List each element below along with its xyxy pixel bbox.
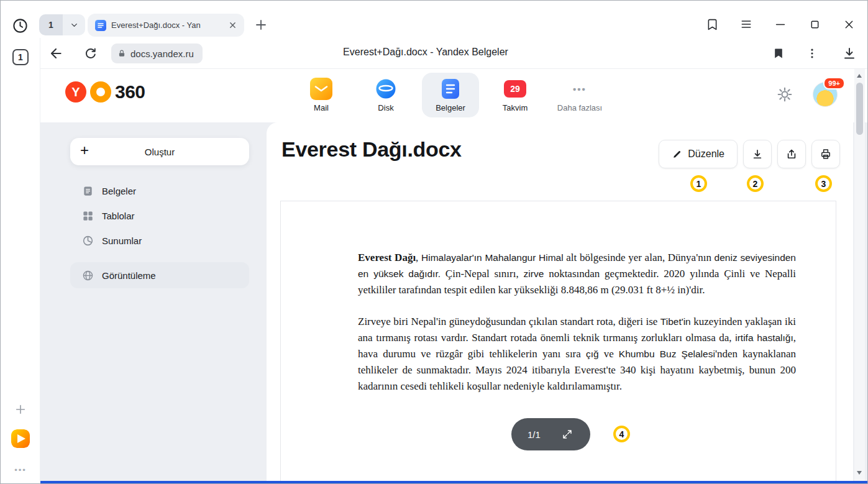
side-panel-toggle-button[interactable]	[705, 17, 720, 32]
kebab-icon	[806, 47, 818, 60]
services-nav: Mail Disk Belgeler 29 Takvim	[293, 73, 608, 117]
annotation-badge-1: 1	[690, 175, 707, 192]
page-indicator-pill[interactable]: 1/1	[511, 418, 590, 450]
plus-icon	[14, 403, 27, 416]
back-arrow-icon	[48, 45, 64, 62]
reload-button[interactable]	[81, 45, 99, 62]
titlebar-controls	[705, 17, 856, 32]
history-clock-button[interactable]	[11, 16, 29, 35]
plus-icon: +	[80, 142, 89, 160]
settings-button[interactable]	[776, 86, 793, 103]
service-label: Takvim	[503, 103, 528, 112]
active-tab[interactable]: Everest+Dağı.docx - Yan	[88, 14, 244, 37]
service-label: Mail	[314, 103, 329, 112]
browser-menu-button[interactable]	[739, 17, 754, 32]
document-actions: Düzenle	[659, 140, 840, 168]
bottom-accent-bar	[40, 481, 868, 484]
tab-title: Everest+Dağı.docx - Yan	[111, 21, 222, 30]
documents-icon	[441, 78, 460, 100]
page-title: Everest Dağı.docx	[281, 137, 462, 162]
profile-avatar[interactable]: 99+	[813, 82, 838, 107]
yandex360-logo[interactable]: Y 360	[65, 80, 145, 104]
bookmark-filled-icon	[772, 47, 785, 60]
service-takvim[interactable]: 29 Takvim	[487, 73, 544, 117]
bookmark-button[interactable]	[771, 46, 786, 61]
address-bar-row: docs.yandex.ru Everest+Dağı.docx - Yande…	[40, 38, 868, 69]
sidebar-item-label: Sunumlar	[102, 235, 142, 246]
page-scrollbar[interactable]	[854, 69, 865, 481]
chevron-down-icon[interactable]	[63, 14, 85, 35]
reload-icon	[83, 47, 98, 61]
sidebar-item-goruntuleme[interactable]: Görüntüleme	[70, 262, 249, 288]
tab-group-control[interactable]: 1	[39, 14, 85, 35]
service-label: Daha fazlası	[557, 103, 602, 112]
minimize-button[interactable]	[773, 17, 788, 32]
titlebar: 1 Everest+Dağı.docx - Yan	[1, 1, 868, 38]
scroll-down-arrow[interactable]	[857, 471, 862, 475]
url-field[interactable]: docs.yandex.ru	[111, 43, 203, 63]
download-document-button[interactable]	[743, 140, 772, 168]
logo-360-text: 360	[115, 81, 145, 103]
sidebar-item-tablolar[interactable]: Tablolar	[70, 203, 249, 228]
clock-icon	[12, 17, 29, 34]
document-viewer-panel: Everest Dağı.docx Düzenle	[267, 122, 853, 481]
annotation-badge-2: 2	[747, 175, 764, 192]
edit-button-label: Düzenle	[688, 148, 724, 160]
sidebar-item-sunumlar[interactable]: Sunumlar	[70, 228, 249, 253]
hamburger-icon	[740, 18, 752, 30]
tab-group-count[interactable]: 1	[39, 14, 63, 35]
share-upload-icon	[785, 148, 798, 160]
rail-add-button[interactable]	[13, 402, 28, 417]
sidebar-item-belgeler[interactable]: Belgeler	[70, 178, 249, 203]
print-button[interactable]	[811, 140, 840, 168]
docs-sidebar: + Oluştur Belgeler Tablolar Sunumlar G	[55, 122, 267, 481]
rail-more-button[interactable]: •••	[9, 465, 32, 475]
download-icon	[842, 46, 857, 61]
scroll-up-arrow[interactable]	[857, 74, 862, 78]
yandex-browser-logo[interactable]	[11, 429, 30, 448]
calendar-icon: 29	[504, 78, 526, 100]
gear-icon	[777, 86, 793, 103]
service-disk[interactable]: Disk	[357, 73, 414, 117]
new-tab-button[interactable]	[252, 16, 270, 34]
globe-icon	[81, 269, 94, 281]
ellipsis-icon: •••	[573, 78, 587, 100]
annotation-badge-3: 3	[815, 175, 832, 192]
plus-icon	[254, 18, 268, 32]
tab-favicon-document-icon	[95, 20, 106, 31]
printer-icon	[820, 148, 832, 160]
document-icon	[81, 185, 94, 197]
fullscreen-expand-icon[interactable]	[560, 427, 574, 441]
service-belgeler[interactable]: Belgeler	[422, 73, 479, 117]
logo-y-circle: Y	[65, 81, 86, 103]
maximize-button[interactable]	[807, 17, 822, 32]
maximize-icon	[809, 19, 821, 30]
bookmark-outline-icon	[706, 18, 719, 31]
browser-left-rail: 1 •••	[1, 38, 40, 481]
page-indicator-label: 1/1	[528, 429, 541, 440]
service-more[interactable]: ••• Daha fazlası	[551, 73, 608, 117]
back-button[interactable]	[47, 44, 65, 63]
calendar-date-badge: 29	[504, 80, 526, 98]
close-window-button[interactable]	[841, 17, 856, 32]
tab-close-icon[interactable]	[227, 20, 238, 31]
rail-tab-counter[interactable]: 1	[12, 49, 29, 65]
minimize-icon	[774, 18, 787, 30]
sidebar-item-label: Tablolar	[102, 211, 135, 221]
service-mail[interactable]: Mail	[293, 73, 350, 117]
create-button[interactable]: + Oluştur	[70, 138, 249, 165]
pie-chart-icon	[81, 234, 94, 247]
close-icon	[843, 19, 855, 30]
annotation-badge-4: 4	[613, 426, 630, 442]
address-bar-page-title: Everest+Dağı.docx - Yandex Belgeler	[252, 47, 600, 58]
create-button-label: Oluştur	[70, 147, 249, 157]
downloads-button[interactable]	[841, 45, 858, 62]
notification-badge: 99+	[823, 77, 845, 89]
scrollbar-thumb[interactable]	[856, 83, 863, 135]
edit-button[interactable]: Düzenle	[659, 140, 738, 168]
url-text: docs.yandex.ru	[130, 48, 194, 59]
lock-icon	[117, 49, 126, 58]
page-actions-menu-button[interactable]	[805, 46, 820, 61]
document-paragraph: Zirveye biri Nepal'in güneydoğusundan çı…	[358, 314, 796, 395]
share-button[interactable]	[777, 140, 806, 168]
